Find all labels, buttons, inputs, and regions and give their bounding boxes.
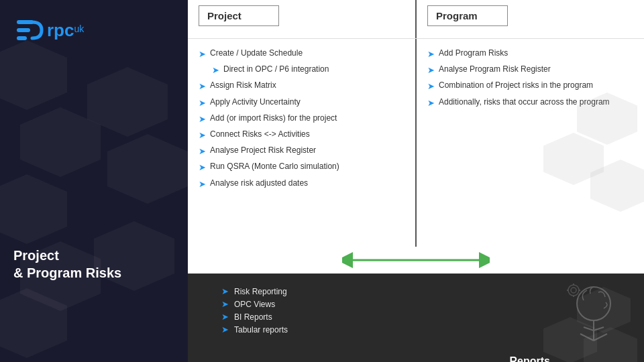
bullet-arrow-icon: ➤ xyxy=(212,64,219,76)
bullet-arrow-icon: ➤ xyxy=(427,97,435,109)
program-column-header: Program xyxy=(427,5,508,26)
bullet-text: Combination of Project risks in the prog… xyxy=(439,80,633,91)
bullet-arrow-icon: ➤ xyxy=(199,145,206,158)
brain-icon-area xyxy=(564,280,624,362)
logo-area: rpcuk xyxy=(13,13,121,54)
project-header-cell: Project xyxy=(188,0,417,38)
list-item: ➤ Add Program Risks xyxy=(427,48,633,60)
svg-line-6 xyxy=(580,334,594,341)
list-item: ➤ Risk Reporting xyxy=(221,286,610,296)
bullet-arrow-icon: ➤ xyxy=(199,80,206,93)
list-item: ➤ Connect Risks <-> Activities xyxy=(199,129,405,141)
bullet-text: Add (or import Risks) for the project xyxy=(210,113,405,124)
logo-icon xyxy=(13,13,47,47)
logo-uk: uk xyxy=(74,23,84,34)
bullet-text: Connect Risks <-> Activities xyxy=(210,129,405,140)
bullet-text: Apply Activity Uncertainty xyxy=(210,97,405,108)
logo-rpc: rpc xyxy=(47,20,74,40)
list-item: ➤ Direct in OPC / P6 integration xyxy=(199,64,405,76)
svg-line-7 xyxy=(594,334,607,341)
project-program-label: Project & Program Risks xyxy=(13,247,121,282)
bullet-text: OPC Views xyxy=(234,300,275,309)
main-layout: rpcuk Project & Program Risks Project Pr… xyxy=(0,0,644,362)
svg-point-4 xyxy=(577,287,610,320)
bullet-arrow-icon: ➤ xyxy=(199,129,206,141)
bullet-arrow-icon: ➤ xyxy=(427,80,435,93)
bullet-text: Add Program Risks xyxy=(439,48,633,59)
list-item: ➤ Analyse risk adjusted dates xyxy=(199,178,405,190)
reports-label: Reports xyxy=(510,355,550,362)
svg-rect-2 xyxy=(17,36,27,40)
bullet-text: Run QSRA (Monte Carlo simulation) xyxy=(210,161,405,172)
column-headers: Project Program xyxy=(188,0,644,39)
list-item: ➤ Run QSRA (Monte Carlo simulation) xyxy=(199,161,405,174)
bullet-text: Create / Update Schedule xyxy=(210,48,405,59)
bullet-text: BI Reports xyxy=(234,312,272,322)
list-item: ➤ Analyse Project Risk Register xyxy=(199,145,405,158)
list-item: ➤ Analyse Program Risk Register xyxy=(427,64,633,76)
bullet-text: Analyse risk adjusted dates xyxy=(210,178,405,189)
bullet-arrow-icon: ➤ xyxy=(199,97,206,109)
rpc-logo: rpcuk xyxy=(13,13,121,47)
left-sidebar: rpcuk Project & Program Risks xyxy=(0,0,188,362)
bullet-text: Direct in OPC / P6 integration xyxy=(223,64,405,75)
reports-section: ➤ Risk Reporting ➤ OPC Views ➤ BI Report… xyxy=(188,274,644,362)
bullet-arrow-icon: ➤ xyxy=(199,48,206,60)
bullet-arrow-icon: ➤ xyxy=(199,113,206,125)
bullet-text: Analyse Project Risk Register xyxy=(210,145,405,156)
list-item: ➤ Combination of Project risks in the pr… xyxy=(427,80,633,93)
list-item: ➤ Assign Risk Matrix xyxy=(199,80,405,93)
list-item: ➤ BI Reports xyxy=(221,312,610,322)
list-item: ➤ Add (or import Risks) for the project xyxy=(199,113,405,125)
main-content-area: Project Program ➤ Create / Update Schedu… xyxy=(188,0,644,362)
svg-point-11 xyxy=(571,288,576,293)
bullet-arrow-icon: ➤ xyxy=(221,286,229,296)
svg-point-10 xyxy=(568,285,579,296)
bullet-arrow-icon: ➤ xyxy=(427,64,435,76)
program-column: ➤ Add Program Risks ➤ Analyse Program Ri… xyxy=(417,39,644,247)
brain-icon xyxy=(564,280,624,361)
program-header-cell: Program xyxy=(417,0,644,38)
double-headed-arrow xyxy=(342,247,490,273)
bullet-text: Analyse Program Risk Register xyxy=(439,64,633,75)
sidebar-title-line2: & Program Risks xyxy=(13,264,121,282)
arrow-connector-area xyxy=(188,247,644,274)
svg-rect-1 xyxy=(17,28,30,32)
project-column: ➤ Create / Update Schedule ➤ Direct in O… xyxy=(188,39,417,247)
logo-text-group: rpcuk xyxy=(47,20,84,41)
bullet-text: Assign Risk Matrix xyxy=(210,80,405,91)
list-item: ➤ Apply Activity Uncertainty xyxy=(199,97,405,109)
bullet-arrow-icon: ➤ xyxy=(221,299,229,309)
columns-content: ➤ Create / Update Schedule ➤ Direct in O… xyxy=(188,39,644,247)
project-column-header: Project xyxy=(199,5,279,26)
bullet-text: Tabular reports xyxy=(234,325,288,335)
bullet-arrow-icon: ➤ xyxy=(427,48,435,60)
hex-bg-3 xyxy=(0,174,67,244)
bullet-arrow-icon: ➤ xyxy=(199,162,206,174)
svg-line-9 xyxy=(594,327,604,330)
svg-line-8 xyxy=(584,327,594,330)
hex-bg-7 xyxy=(107,134,188,204)
bullet-text: Risk Reporting xyxy=(234,287,287,296)
bullet-arrow-icon: ➤ xyxy=(221,324,229,335)
list-item: ➤ OPC Views xyxy=(221,299,610,309)
sidebar-title-line1: Project xyxy=(13,247,121,264)
bullet-arrow-icon: ➤ xyxy=(221,312,229,322)
list-item: ➤ Create / Update Schedule xyxy=(199,48,405,60)
bullet-arrow-icon: ➤ xyxy=(199,178,206,190)
